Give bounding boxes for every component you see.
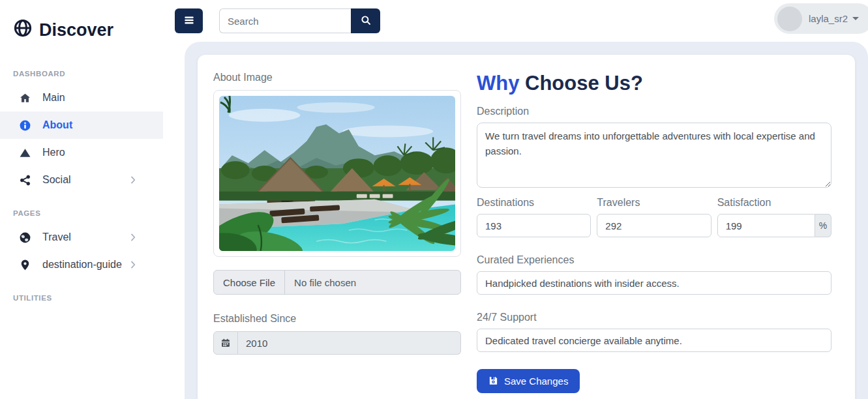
- curated-input[interactable]: [477, 271, 831, 295]
- chevron-right-icon: [128, 232, 138, 243]
- sidebar-item-travel[interactable]: Travel: [0, 224, 163, 251]
- right-column: Why Choose Us? Description We turn trave…: [477, 72, 831, 399]
- chevron-right-icon: [128, 259, 138, 270]
- support-label: 24/7 Support: [477, 312, 831, 323]
- globe-icon: [18, 231, 31, 244]
- search-button[interactable]: [351, 8, 380, 33]
- choose-file-button[interactable]: Choose File: [214, 271, 285, 294]
- curated-label: Curated Experiences: [477, 254, 831, 266]
- sidebar-nav-pages: Travel destination-guide: [0, 224, 163, 278]
- travelers-field: Travelers: [597, 197, 711, 237]
- search-group: [219, 8, 380, 33]
- file-status-text: No file chosen: [285, 277, 356, 288]
- caret-down-icon: [852, 17, 859, 20]
- sidebar: Discover DASHBOARD Main: [0, 0, 163, 399]
- share-icon: [18, 173, 31, 186]
- sidebar-item-label-social: Social: [42, 174, 71, 186]
- sidebar-item-destination-guide[interactable]: destination-guide: [0, 251, 163, 278]
- sidebar-item-label: Travel: [42, 231, 71, 243]
- destinations-field: Destinations: [477, 197, 591, 237]
- satisfaction-field: Satisfaction %: [717, 197, 831, 237]
- search-icon: [360, 14, 372, 28]
- app-window: Discover DASHBOARD Main: [0, 0, 868, 399]
- page-title: Why Choose Us?: [477, 72, 831, 95]
- description-label: Description: [477, 106, 831, 117]
- about-image-label: About Image: [213, 72, 461, 83]
- brand[interactable]: Discover: [0, 0, 163, 42]
- satisfaction-label: Satisfaction: [717, 197, 831, 209]
- established-since-group: 2010: [213, 331, 461, 355]
- avatar: [777, 7, 802, 31]
- bars-icon: [183, 14, 196, 29]
- established-since-input[interactable]: 2010: [238, 331, 461, 355]
- sidebar-section-utilities: UTILITIES: [13, 294, 163, 302]
- user-menu[interactable]: layla_sr2: [774, 3, 868, 34]
- mountain-icon: [18, 146, 31, 159]
- home-icon: [18, 91, 31, 104]
- sidebar-item-about[interactable]: About: [0, 111, 163, 139]
- support-input[interactable]: [477, 329, 831, 352]
- title-accent: Why: [477, 72, 519, 95]
- save-icon: [488, 376, 498, 387]
- title-rest: Choose Us?: [519, 72, 642, 95]
- calendar-icon: [213, 331, 238, 355]
- sidebar-item-label: About: [42, 119, 72, 131]
- stats-row: Destinations Travelers Satisfaction %: [477, 197, 831, 237]
- sidebar-item-main[interactable]: Main: [0, 84, 163, 111]
- satisfaction-group: %: [717, 214, 831, 237]
- search-input[interactable]: [219, 8, 351, 33]
- main-area: layla_sr2 About Image: [163, 0, 868, 399]
- info-icon: [18, 119, 31, 132]
- sidebar-item-label: Hero: [42, 147, 65, 158]
- username: layla_sr2: [809, 13, 848, 24]
- save-changes-button[interactable]: Save Changes: [477, 369, 580, 393]
- topbar: layla_sr2: [163, 0, 868, 42]
- about-form-card: About Image: [198, 55, 855, 399]
- sidebar-toggle-button[interactable]: [175, 8, 203, 33]
- chevron-right-icon: [128, 175, 138, 185]
- save-button-label: Save Changes: [504, 376, 568, 387]
- sidebar-item-social[interactable]: Social: [0, 166, 163, 194]
- satisfaction-input[interactable]: [717, 214, 815, 237]
- brand-name: Discover: [39, 20, 113, 40]
- sidebar-item-label: destination-guide: [42, 259, 122, 271]
- established-since-label: Established Since: [213, 313, 461, 325]
- about-image-card: [213, 90, 461, 257]
- globe-brand-icon: [13, 18, 33, 42]
- travelers-input[interactable]: [597, 214, 711, 237]
- description-textarea[interactable]: We turn travel dreams into unforgettable…: [477, 123, 831, 188]
- sidebar-item-label: Main: [42, 92, 65, 104]
- sidebar-nav: Main About Hero: [0, 84, 163, 194]
- sidebar-section-pages: PAGES: [13, 209, 163, 217]
- destinations-input[interactable]: [477, 214, 591, 237]
- sidebar-item-hero[interactable]: Hero: [0, 139, 163, 166]
- content-wrapper: About Image: [185, 42, 868, 399]
- travelers-label: Travelers: [597, 197, 711, 209]
- map-marker-icon: [18, 258, 31, 271]
- percent-suffix: %: [815, 214, 831, 237]
- image-file-input[interactable]: Choose File No file chosen: [213, 270, 461, 295]
- sidebar-section-dashboard: DASHBOARD: [13, 70, 163, 78]
- left-column: About Image: [213, 72, 461, 399]
- destinations-label: Destinations: [477, 197, 591, 209]
- resort-pool-image: [219, 96, 455, 251]
